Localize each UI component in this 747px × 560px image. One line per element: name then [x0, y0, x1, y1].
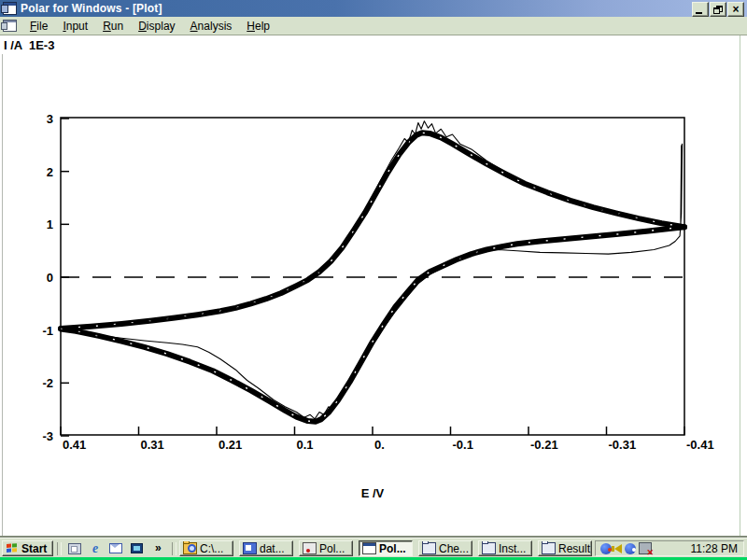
x-axis-label: E /V	[361, 486, 385, 500]
close-icon: ×	[732, 5, 739, 14]
x-tick-label: -0.41	[686, 438, 714, 452]
polar-app-icon	[303, 542, 317, 554]
quick-launch-overflow[interactable]: »	[155, 541, 162, 554]
y-tick-label: 0	[47, 271, 53, 285]
taskbar: Start e » C:\...dat...Pol...Pol...Che...…	[0, 538, 747, 558]
menu-bar: FileInputRunDisplayAnalysisHelp ×	[0, 17, 747, 35]
window-controls: ×	[692, 2, 744, 17]
internet-explorer-icon: e	[92, 542, 98, 555]
y-tick-label: 3	[47, 112, 53, 126]
child-window-icon[interactable]	[3, 20, 17, 32]
menu-item-input[interactable]: Input	[55, 18, 95, 35]
internet-explorer-button[interactable]: e	[88, 541, 103, 555]
taskbar-button-6[interactable]: Inst...	[478, 540, 532, 556]
taskbar-button-label: Inst...	[499, 542, 526, 555]
plot-bottom-border	[0, 536, 747, 537]
channels-icon	[131, 543, 143, 553]
voltammogram-chart: I /A 1E-3E /V0.410.310.210.10.-0.1-0.21-…	[0, 35, 747, 537]
x-tick-label: -0.1	[453, 438, 473, 452]
taskbar-button-5[interactable]: Che...	[418, 540, 472, 556]
system-tray: 11:28 PM	[595, 540, 744, 556]
experimental-trace	[61, 121, 683, 419]
menu-item-run[interactable]: Run	[95, 18, 131, 35]
menu-item-help[interactable]: Help	[239, 18, 277, 35]
y-tick-label: -3	[42, 429, 53, 443]
screen: { "window": { "title": "Polar for Window…	[0, 0, 747, 560]
notebook-icon	[243, 542, 257, 554]
taskbar-button-label: dat...	[260, 542, 285, 555]
fitted-anodic-branch-marker-speckle	[61, 133, 684, 329]
start-label: Start	[21, 542, 47, 555]
windows-logo-icon	[6, 543, 19, 554]
menu-item-display[interactable]: Display	[131, 18, 182, 35]
y-tick-label: 1	[47, 217, 53, 231]
menu-item-analysis[interactable]: Analysis	[183, 18, 240, 35]
taskbar-button-3[interactable]: Pol...	[299, 540, 353, 556]
network-error-icon[interactable]	[639, 542, 652, 554]
taskbar-button-1[interactable]: C:\...	[179, 540, 233, 556]
folder-icon	[422, 542, 436, 554]
x-tick-label: -0.21	[530, 438, 558, 452]
plot-right-border	[740, 35, 740, 537]
taskbar-button-label: C:\...	[200, 542, 223, 555]
menu-items: FileInputRunDisplayAnalysisHelp	[22, 18, 277, 35]
fitted-cathodic-branch-marker-speckle	[61, 227, 684, 422]
media-orb-icon[interactable]	[600, 543, 612, 554]
start-button[interactable]: Start	[2, 540, 53, 556]
y-tick-label: -2	[42, 376, 53, 390]
media-orb-icon-2[interactable]	[625, 543, 636, 554]
taskbar-button-2[interactable]: dat...	[239, 540, 293, 556]
taskbar-separator	[172, 542, 176, 555]
volume-icon[interactable]	[614, 544, 622, 553]
taskbar-clock: 11:28 PM	[691, 542, 738, 555]
x-tick-label: 0.21	[218, 438, 242, 452]
taskbar-button-7[interactable]: Result	[538, 540, 592, 556]
minimize-icon	[696, 12, 702, 14]
fitted-cathodic-branch	[61, 227, 684, 422]
x-tick-label: -0.31	[609, 438, 637, 452]
taskbar-separator	[57, 542, 62, 555]
close-button[interactable]: ×	[727, 2, 744, 17]
app-icon	[3, 2, 17, 15]
y-tick-label: 2	[47, 165, 53, 179]
restore-button[interactable]	[710, 2, 726, 17]
taskbar-button-label: Pol...	[379, 542, 406, 555]
taskbar-button-4[interactable]: Pol...	[359, 540, 413, 556]
x-tick-label: 0.1	[297, 438, 314, 452]
x-tick-label: 0.41	[63, 438, 86, 452]
folder-icon	[542, 542, 556, 554]
plot-left-border	[2, 54, 3, 536]
taskbar-button-label: Result	[558, 542, 590, 555]
y-tick-label: -1	[42, 324, 53, 338]
show-desktop-button[interactable]	[67, 541, 82, 555]
x-tick-label: 0.31	[141, 438, 164, 452]
taskbar-button-label: Pol...	[319, 542, 345, 555]
window-title: Polar for Windows - [Plot]	[21, 2, 162, 15]
title-bar: Polar for Windows - [Plot] ×	[0, 0, 747, 17]
folder-icon	[482, 542, 496, 554]
folder-search-icon	[183, 542, 197, 554]
fitted-anodic-branch	[61, 133, 684, 329]
minimize-button[interactable]	[692, 2, 709, 17]
taskbar-button-label: Che...	[439, 542, 469, 555]
menu-item-file[interactable]: File	[22, 18, 55, 35]
show-desktop-icon	[68, 543, 81, 554]
y-axis-label: I /A 1E-3	[4, 38, 54, 52]
plot-client-area: I /A 1E-3E /V0.410.310.210.10.-0.1-0.21-…	[0, 35, 747, 537]
outlook-express-icon	[109, 543, 122, 553]
restore-icon	[713, 6, 723, 14]
outlook-express-button[interactable]	[108, 541, 123, 555]
channels-button[interactable]	[129, 541, 144, 555]
x-tick-label: 0.	[374, 438, 385, 452]
window-icon	[362, 542, 376, 554]
plot-frame	[61, 118, 684, 435]
